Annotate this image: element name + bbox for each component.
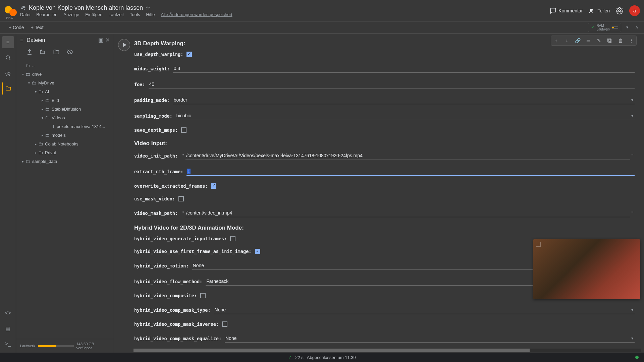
run-button[interactable] [118,39,130,51]
hide-icon[interactable] [66,49,73,55]
section-hybrid-video: Hybrid Video for 2D/3D Animation Mode: [134,225,635,231]
link-icon[interactable]: 🔗 [573,37,582,45]
drive-icon [20,5,26,10]
search-icon[interactable] [2,52,14,64]
avatar[interactable]: a [629,5,640,16]
menu-datei[interactable]: Datei [20,12,30,17]
ram-indicator[interactable]: ✓ RAM Laufwerk [588,23,621,32]
terminal-icon[interactable]: >_ [2,338,14,350]
hv-generate-checkbox[interactable] [230,236,235,241]
upload-icon[interactable] [26,49,33,55]
refresh-icon[interactable] [40,49,46,55]
code-snippets-icon[interactable]: <> [2,307,14,319]
toc-icon[interactable]: ≡ [2,36,14,48]
svg-point-2 [6,56,10,59]
overwrite-extracted-frames-checkbox[interactable] [211,183,216,189]
comments-icon[interactable]: ▭ [584,37,593,45]
left-rail: ≡ {x} <> ▤ >_ [0,34,16,353]
variables-icon[interactable]: {x} [2,67,14,79]
video-init-path-input[interactable] [185,152,630,160]
webcam-overlay [533,239,640,299]
svg-point-1 [619,10,621,12]
menu-anzeige[interactable]: Anzeige [63,12,79,17]
more-icon[interactable]: ⋮ [627,37,636,45]
tree-video-file[interactable]: ▮pexels-maxi-leiva-1314... [16,122,114,131]
menu-bearbeiten[interactable]: Bearbeiten [36,12,57,17]
move-up-icon[interactable]: ↑ [552,37,560,45]
horizontal-scrollbar[interactable] [133,349,641,352]
extract-nth-frame-input[interactable]: 1 [186,167,635,176]
use-depth-warping-checkbox[interactable] [186,52,192,57]
add-text-button[interactable]: +Text [28,23,47,32]
command-palette-icon[interactable]: ▤ [2,322,14,335]
star-icon[interactable]: ☆ [146,5,150,11]
tree-ai[interactable]: ▾🗀AI [16,87,114,96]
comment-button[interactable]: Kommentar [550,7,583,14]
tree-drive[interactable]: ▾🗀drive [16,70,114,78]
edit-icon[interactable]: ✎ [595,37,603,45]
padding-mode-select[interactable]: border▼ [173,96,635,104]
files-icon[interactable] [2,82,14,95]
pro-badge: PRO [6,16,14,19]
tree-bild[interactable]: ▸🗀Bild [16,96,114,105]
delete-icon[interactable]: 🗑 [616,37,625,45]
section-video-input: Video Input: [134,140,635,147]
hv-composite-checkbox[interactable] [200,293,206,298]
move-down-icon[interactable]: ↓ [562,37,571,45]
chevron-down-icon: ▼ [631,114,634,118]
save-status[interactable]: Alle Änderungen wurden gespeichert [161,12,232,17]
menubar: Datei Bearbeiten Anzeige Einfügen Laufze… [20,12,550,17]
check-icon: ✓ [288,355,292,360]
share-button[interactable]: Teilen [589,7,610,14]
collapse-caret[interactable]: ᐱ [633,23,640,32]
close-panel-icon[interactable]: ✕ [105,37,110,43]
hv-first-frame-checkbox[interactable] [255,249,260,254]
chevron-down-icon: ▼ [631,337,634,340]
colab-logo: PRO [4,4,17,17]
mount-drive-icon[interactable] [53,49,60,55]
share-icon [589,7,595,14]
menu-tools[interactable]: Tools [130,12,140,17]
toolbar: +Code +Text ✓ RAM Laufwerk ▼ ᐱ [0,21,644,34]
tree-videos[interactable]: ▾🗀Videos [16,113,114,122]
tree-privat[interactable]: ▸🗀Privat [16,148,114,157]
hv-mask-inverse-checkbox[interactable] [222,321,227,327]
midas-weight-input[interactable] [173,64,635,73]
burger-icon[interactable]: ≡ [20,37,23,43]
files-panel: ≡ Dateien ▣ ✕ 🗀.. ▾🗀drive ▾🗀MyDrive ▾🗀AI… [16,34,114,353]
exec-time: 22 s [295,355,304,360]
files-title: Dateien [26,37,96,43]
menu-einfuegen[interactable]: Einfügen [85,12,102,17]
settings-icon[interactable] [616,7,623,14]
tree-mydrive[interactable]: ▾🗀MyDrive [16,78,114,87]
menu-hilfe[interactable]: Hilfe [146,12,155,17]
new-window-icon[interactable]: ▣ [98,37,103,43]
status-dot-icon [635,356,639,359]
add-code-button[interactable]: +Code [5,23,28,32]
save-depth-maps-checkbox[interactable] [181,127,186,133]
use-mask-video-checkbox[interactable] [178,196,184,201]
menu-laufzeit[interactable]: Laufzeit [109,12,124,17]
comment-icon [550,7,556,14]
runtime-menu-caret[interactable]: ▼ [624,23,631,32]
hv-mask-equalize-select[interactable]: None▼ [225,334,635,343]
tree-colab[interactable]: ▸🗀Colab Notebooks [16,139,114,148]
document-title[interactable]: Kopie von Kopie von Mensch altern lassen [29,4,143,11]
tree-sd[interactable]: ▸🗀StableDiffusion [16,105,114,113]
mirror-icon[interactable]: ⿻ [605,37,614,45]
file-tree[interactable]: 🗀.. ▾🗀drive ▾🗀MyDrive ▾🗀AI ▸🗀Bild ▸🗀Stab… [16,61,114,339]
sampling-mode-select[interactable]: bicubic▼ [176,112,635,120]
hv-mask-type-select[interactable]: None▼ [214,306,635,314]
form-cell: ↑ ↓ 🔗 ▭ ✎ ⿻ 🗑 ⋮ 3D Depth Warping: use_de… [114,34,641,349]
storage-indicator: Laufwerk 143.50 GB verfügbar [16,339,114,353]
status-bar: ✓ 22 s Abgeschlossen um 11:39 [0,353,644,362]
fov-input[interactable] [149,80,635,88]
tree-up[interactable]: 🗀.. [16,61,114,70]
tree-models[interactable]: ▸🗀models [16,131,114,139]
header: PRO Kopie von Kopie von Mensch altern la… [0,0,644,21]
chevron-down-icon: ▼ [631,98,634,102]
tree-sample[interactable]: ▸🗀sample_data [16,157,114,166]
check-icon: ✓ [591,25,594,30]
chevron-down-icon: ▼ [631,308,634,312]
video-mask-path-input[interactable] [185,209,630,217]
